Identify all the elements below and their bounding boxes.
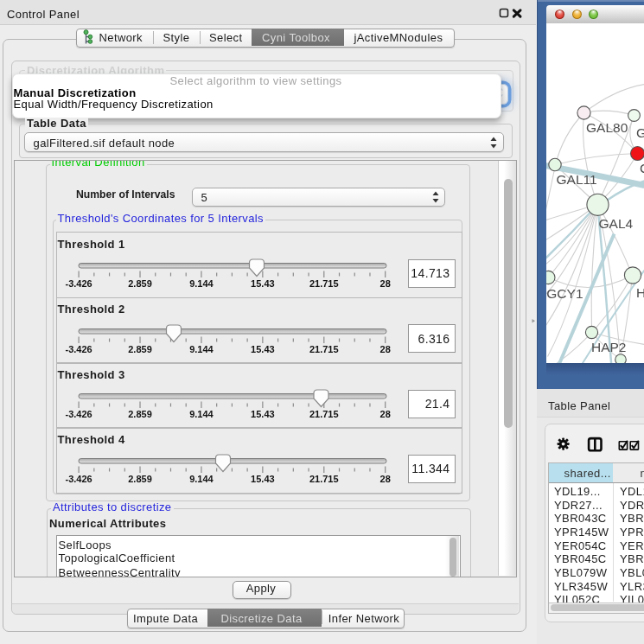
svg-text:2.859: 2.859 bbox=[128, 278, 152, 289]
svg-text:28: 28 bbox=[379, 278, 390, 289]
svg-text:28: 28 bbox=[379, 409, 390, 419]
svg-text:-3.426: -3.426 bbox=[65, 409, 92, 419]
svg-text:15.43: 15.43 bbox=[251, 474, 275, 484]
svg-text:9.144: 9.144 bbox=[189, 409, 214, 419]
svg-text:HAP2: HAP2 bbox=[591, 339, 627, 354]
svg-text:C: C bbox=[640, 160, 644, 175]
svg-text:-3.426: -3.426 bbox=[65, 474, 92, 484]
svg-text:9.144: 9.144 bbox=[189, 474, 214, 484]
svg-text:15.43: 15.43 bbox=[251, 278, 275, 289]
svg-text:GAL80: GAL80 bbox=[586, 120, 628, 135]
svg-text:2.859: 2.859 bbox=[128, 474, 152, 484]
svg-text:15.43: 15.43 bbox=[251, 409, 275, 419]
svg-text:9.144: 9.144 bbox=[189, 343, 214, 354]
svg-text:15.43: 15.43 bbox=[251, 343, 275, 354]
svg-text:GCY1: GCY1 bbox=[546, 285, 583, 300]
svg-text:-3.426: -3.426 bbox=[65, 278, 92, 289]
svg-text:H: H bbox=[636, 284, 644, 299]
svg-text:2.859: 2.859 bbox=[128, 343, 152, 354]
svg-text:GA: GA bbox=[636, 124, 644, 139]
svg-text:28: 28 bbox=[379, 474, 390, 484]
svg-text:21.715: 21.715 bbox=[309, 409, 338, 419]
svg-text:-3.426: -3.426 bbox=[65, 343, 92, 354]
svg-text:9.144: 9.144 bbox=[189, 278, 214, 289]
svg-text:21.715: 21.715 bbox=[309, 474, 338, 484]
svg-text:28: 28 bbox=[379, 343, 390, 354]
svg-text:21.715: 21.715 bbox=[309, 278, 338, 289]
svg-text:2.859: 2.859 bbox=[128, 409, 152, 419]
svg-text:GAL4: GAL4 bbox=[598, 215, 633, 230]
svg-text:21.715: 21.715 bbox=[309, 343, 338, 354]
svg-text:GAL11: GAL11 bbox=[556, 171, 596, 186]
